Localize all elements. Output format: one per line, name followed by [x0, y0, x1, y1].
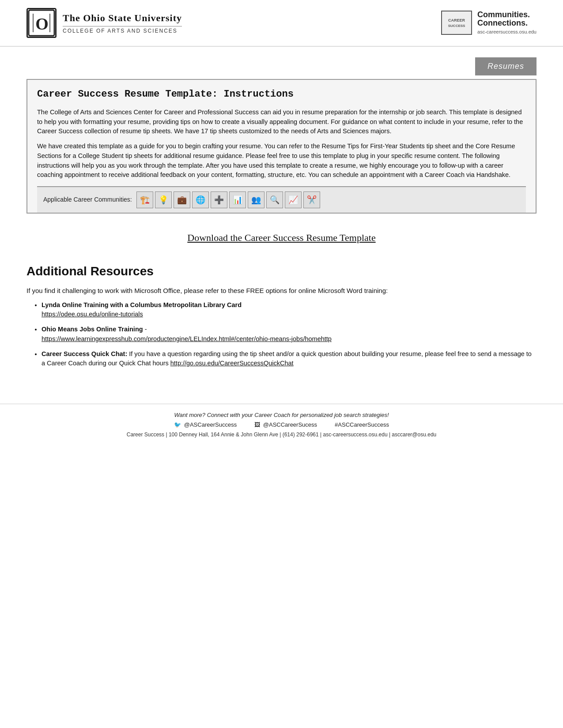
- paragraph-2: We have created this template as a guide…: [37, 142, 526, 180]
- career-success-logo: CAREER SUCCESS: [441, 11, 472, 35]
- main-content-box: Career Success Resume Template: Instruct…: [26, 79, 537, 214]
- career-icon-2: 💡: [155, 191, 172, 208]
- career-icon-7: 👥: [248, 191, 264, 208]
- main-box-body: The College of Arts and Sciences Center …: [37, 108, 526, 180]
- main-box-title: Career Success Resume Template: Instruct…: [37, 88, 526, 101]
- university-title-block: The Ohio State University College of Art…: [63, 11, 182, 35]
- footer-facebook: 🖼 @ASCCareerSucess: [254, 421, 317, 429]
- twitter-handle: @ASCareerSuccess: [184, 421, 237, 428]
- career-icon-1: 🏗️: [136, 191, 153, 208]
- footer-tagline: Want more? Connect with your Career Coac…: [26, 411, 537, 419]
- resumes-tag: Resumes: [475, 57, 537, 75]
- career-icons: 🏗️ 💡 💼 🌐 ➕ 📊 👥 🔍 📈 ✂️: [136, 191, 320, 208]
- page-header: O The Ohio State University College of A…: [0, 0, 563, 47]
- college-name: College of Arts and Sciences: [63, 27, 182, 35]
- footer-hashtag: #ASCCareerSuccess: [335, 421, 389, 429]
- career-icon-9: 📈: [285, 191, 302, 208]
- footer-social: 🐦 @ASCareerSuccess 🖼 @ASCCareerSucess #A…: [26, 421, 537, 429]
- communities-block: Communities. Connections. asc-careersucc…: [477, 11, 537, 36]
- resumes-banner: Resumes: [0, 57, 563, 75]
- resource-item-quickchat: Career Success Quick Chat: If you have a…: [42, 349, 537, 369]
- career-icon-10: ✂️: [303, 191, 320, 208]
- asc-url: asc-careersuccess.osu.edu: [477, 29, 537, 35]
- footer-twitter: 🐦 @ASCareerSuccess: [174, 421, 237, 429]
- resource-lynda-url[interactable]: https://odee.osu.edu/online-tutorials: [42, 311, 143, 318]
- university-name: The Ohio State University: [63, 11, 182, 26]
- communities-label: Communities.: [477, 11, 537, 19]
- header-left: O The Ohio State University College of A…: [26, 8, 182, 38]
- resource-item-ohio: Ohio Means Jobs Online Training - https:…: [42, 325, 537, 344]
- resource-ohio-url[interactable]: https://www.learningexpresshub.com/produ…: [42, 335, 332, 342]
- career-communities-row: Applicable Career Communities: 🏗️ 💡 💼 🌐 …: [37, 186, 526, 213]
- resources-list: Lynda Online Training with a Columbus Me…: [26, 300, 537, 369]
- resource-ohio-dash: -: [145, 326, 147, 333]
- download-section: Download the Career Success Resume Templ…: [26, 231, 537, 245]
- logo-bottom: SUCCESS: [448, 23, 465, 28]
- career-icon-3: 💼: [174, 191, 190, 208]
- paragraph-1: The College of Arts and Sciences Center …: [37, 108, 526, 136]
- page-footer: Want more? Connect with your Career Coac…: [0, 404, 563, 446]
- download-link[interactable]: Download the Career Success Resume Templ…: [187, 232, 375, 243]
- career-icon-8: 🔍: [266, 191, 283, 208]
- resource-ohio-title: Ohio Means Jobs Online Training: [42, 326, 143, 333]
- resource-quickchat-url[interactable]: http://go.osu.edu/CareerSuccessQuickChat: [170, 360, 294, 367]
- twitter-icon: 🐦: [174, 421, 181, 428]
- career-communities-label: Applicable Career Communities:: [43, 195, 132, 204]
- additional-resources-section: Additional Resources If you find it chal…: [26, 263, 537, 368]
- career-icon-6: 📊: [229, 191, 246, 208]
- career-icon-5: ➕: [211, 191, 227, 208]
- connections-label: Connections.: [477, 19, 537, 28]
- footer-address: Career Success | 100 Denney Hall, 164 An…: [26, 431, 537, 439]
- osu-logo: O: [26, 8, 57, 38]
- facebook-icon: 🖼: [254, 421, 260, 428]
- resource-item-lynda: Lynda Online Training with a Columbus Me…: [42, 300, 537, 320]
- additional-resources-title: Additional Resources: [26, 263, 537, 280]
- additional-resources-intro: If you find it challenging to work with …: [26, 286, 537, 296]
- header-right: CAREER SUCCESS Communities. Connections.…: [441, 11, 537, 36]
- resource-lynda-title: Lynda Online Training with a Columbus Me…: [42, 301, 242, 308]
- logo-top: CAREER: [448, 18, 465, 23]
- svg-text:O: O: [35, 15, 48, 33]
- resource-quickchat-title: Career Success Quick Chat:: [42, 350, 127, 357]
- facebook-handle: @ASCCareerSucess: [263, 421, 317, 428]
- career-icon-4: 🌐: [192, 191, 209, 208]
